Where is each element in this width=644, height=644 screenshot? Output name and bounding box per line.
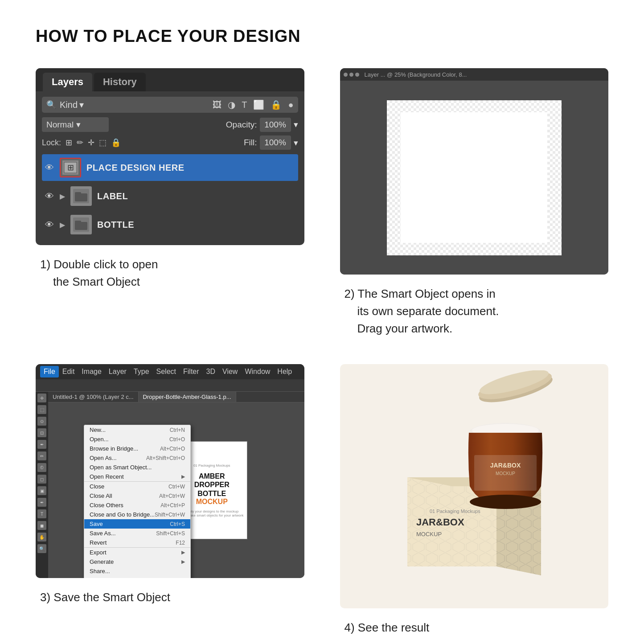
mini-line1: AMBER [199, 472, 225, 480]
folder-thumb-label [70, 186, 92, 206]
menu-close-all[interactable]: Close AllAlt+Ctrl+W [84, 491, 190, 500]
opacity-value[interactable]: 100% [260, 118, 291, 132]
menu-browse[interactable]: Browse in Bridge...Alt+Ctrl+O [84, 444, 190, 453]
menu-save-as[interactable]: Save As...Shift+Ctrl+S [84, 529, 190, 538]
menu-3d[interactable]: 3D [203, 366, 219, 377]
lock-pixels-icon[interactable]: ✏ [77, 138, 83, 148]
menu-share-behance[interactable]: Share on Behance... [84, 576, 190, 578]
menu-open-smart[interactable]: Open as Smart Object... [84, 463, 190, 472]
menu-close-bridge[interactable]: Close and Go to Bridge...Shift+Ctrl+W [84, 510, 190, 519]
layer-bottle[interactable]: 👁 ▶ BOTTLE [42, 211, 298, 238]
menu-edit[interactable]: Edit [59, 366, 78, 377]
lock-all-icon[interactable]: 🔒 [111, 138, 121, 148]
main-area: ✛ ⬚ ⊙ ⊡ ✒ ✏ © ◻ ▣ ✒ T ◼ ✋ 🔍 [36, 392, 304, 578]
menu-window[interactable]: Window [241, 366, 274, 377]
move-tool[interactable]: ✛ [37, 394, 46, 402]
topbar: Layer ... @ 25% (Background Color, 8... [340, 68, 609, 81]
menu-view[interactable]: View [219, 366, 241, 377]
pen-tool[interactable]: ✒ [37, 498, 46, 507]
fill-label: Fill: [244, 138, 257, 148]
options-bar [36, 379, 304, 392]
menu-filter[interactable]: Filter [180, 366, 203, 377]
white-area [401, 112, 547, 243]
layer-name-2: LABEL [97, 191, 128, 201]
lock-transparent-icon[interactable]: ⊞ [66, 138, 72, 148]
adjustment-filter-icon[interactable]: ◑ [228, 99, 235, 110]
page-title: HOW TO PLACE YOUR DESIGN [36, 27, 608, 46]
menu-open[interactable]: Open...Ctrl+O [84, 435, 190, 444]
kind-dropdown[interactable]: Kind ▾ [60, 99, 84, 110]
lock-label: Lock: [42, 138, 61, 148]
step-4: 01 Packaging Mockups JAR&BOX MOCKUP [340, 364, 609, 636]
image-filter-icon[interactable]: 🖼 [213, 100, 222, 110]
dot-2 [349, 73, 353, 77]
dot-3 [355, 73, 359, 77]
window-title: Layer ... @ 25% (Background Color, 8... [365, 71, 467, 78]
tab-history[interactable]: History [94, 73, 146, 91]
layer-label[interactable]: 👁 ▶ LABEL [42, 183, 298, 209]
step-4-caption: 4) See the result [340, 619, 430, 636]
menu-export[interactable]: Export▶ [84, 547, 190, 557]
type-tool[interactable]: T [37, 509, 46, 518]
menu-image[interactable]: Image [78, 366, 105, 377]
opacity-control: Opacity: 100% ▾ [226, 118, 298, 132]
brush-tool[interactable]: ✏ [37, 451, 46, 460]
select-tool[interactable]: ⬚ [37, 405, 46, 414]
expand-arrow-2[interactable]: ▶ [60, 192, 65, 201]
menu-type[interactable]: Type [130, 366, 153, 377]
shape-filter-icon[interactable]: ⬜ [253, 99, 264, 110]
opacity-label: Opacity: [226, 120, 257, 130]
visibility-eye-3[interactable]: 👁 [45, 220, 54, 230]
shape-tool[interactable]: ◼ [37, 521, 46, 530]
smart-object-thumb: ⊞ [60, 158, 81, 177]
smart-filter-icon[interactable]: 🔒 [271, 99, 282, 110]
pixel-filter-icon[interactable]: ● [288, 100, 293, 110]
layer-name-3: BOTTLE [97, 220, 134, 230]
mini-line2: DROPPER [194, 480, 230, 489]
mini-subtitle: 01 Packaging Mockups [193, 464, 230, 468]
menu-layer[interactable]: Layer [105, 366, 130, 377]
gradient-tool[interactable]: ▣ [37, 486, 46, 495]
text-filter-icon[interactable]: T [242, 100, 247, 110]
clone-tool[interactable]: © [37, 463, 46, 472]
menu-file[interactable]: File [40, 366, 59, 377]
opacity-arrow[interactable]: ▾ [294, 119, 298, 130]
expand-arrow-3[interactable]: ▶ [60, 221, 65, 229]
hand-tool[interactable]: ✋ [37, 533, 46, 541]
lasso-tool[interactable]: ⊙ [37, 417, 46, 426]
doc-tab-untitled[interactable]: Untitled-1 @ 100% (Layer 2 c... [48, 392, 139, 402]
doc-tab-dropper[interactable]: Dropper-Bottle-Amber-Glass-1.p... [139, 392, 236, 402]
step-2-caption: 2) The Smart Object opens in its own sep… [340, 285, 499, 337]
menu-share[interactable]: Share... [84, 566, 190, 576]
visibility-eye-1[interactable]: 👁 [45, 163, 54, 173]
product-result-image: 01 Packaging Mockups JAR&BOX MOCKUP [340, 364, 609, 608]
menu-close-others[interactable]: Close OthersAlt+Ctrl+P [84, 500, 190, 510]
photoshop-layers-panel: Layers History 🔍 Kind ▾ 🖼 ◑ T ⬜ [36, 68, 304, 245]
dot-1 [344, 73, 348, 77]
menu-generate[interactable]: Generate▶ [84, 557, 190, 566]
visibility-eye-2[interactable]: 👁 [45, 191, 54, 201]
zoom-tool[interactable]: 🔍 [37, 544, 46, 553]
menu-open-as[interactable]: Open As...Alt+Shift+Ctrl+O [84, 453, 190, 463]
fill-arrow[interactable]: ▾ [294, 138, 298, 148]
document-tabs: Untitled-1 @ 100% (Layer 2 c... Dropper-… [48, 392, 304, 402]
fill-value[interactable]: 100% [260, 135, 291, 150]
step-3-caption: 3) Save the Smart Object [36, 589, 170, 606]
lock-fill-row: Lock: ⊞ ✏ ✛ ⬚ 🔒 Fill: 100% ▾ [42, 135, 298, 150]
layer-place-design[interactable]: 👁 ⊞ PLACE DESIGN HERE [42, 154, 298, 181]
blend-mode-dropdown[interactable]: Normal ▾ [42, 117, 109, 132]
eraser-tool[interactable]: ◻ [37, 475, 46, 484]
menu-close[interactable]: CloseCtrl+W [84, 481, 190, 491]
menu-help[interactable]: Help [274, 366, 295, 377]
lock-position-icon[interactable]: ✛ [88, 138, 94, 148]
menu-new[interactable]: New...Ctrl+N [84, 425, 190, 435]
menu-open-recent[interactable]: Open Recent▶ [84, 472, 190, 481]
eyedropper-tool[interactable]: ✒ [37, 440, 46, 449]
menu-select[interactable]: Select [153, 366, 180, 377]
menu-save[interactable]: SaveCtrl+S [84, 519, 190, 529]
svg-text:MOCKUP: MOCKUP [496, 471, 515, 476]
menu-revert[interactable]: RevertF12 [84, 538, 190, 547]
tab-layers[interactable]: Layers [43, 73, 92, 91]
crop-tool[interactable]: ⊡ [37, 428, 46, 437]
lock-artboard-icon[interactable]: ⬚ [99, 138, 107, 148]
